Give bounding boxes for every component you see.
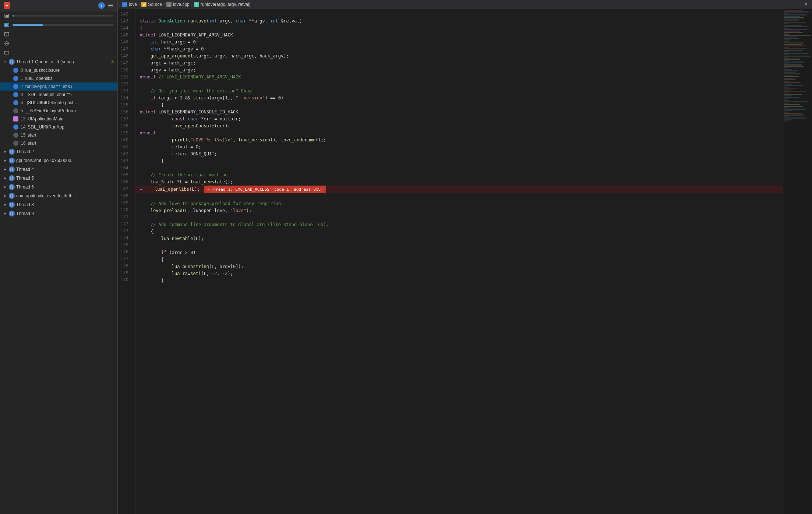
thread6-item[interactable]: Thread 6 — [0, 183, 117, 191]
memory-icon — [4, 22, 10, 28]
code-token: int — [209, 18, 217, 25]
frame5-num: 5 — [21, 108, 23, 113]
thread8-chevron — [3, 203, 7, 207]
line-numbers: 1421431441451461471481491501511521531541… — [118, 9, 135, 514]
cpu-row — [0, 11, 117, 21]
frame-0[interactable]: 0 lua_pushcclosure — [0, 66, 117, 74]
code-line-171 — [135, 214, 783, 221]
code-token: (L); — [193, 235, 204, 242]
close-button[interactable]: × — [804, 1, 808, 7]
code-token: int — [270, 18, 278, 25]
code-token: DoneAction — [159, 18, 185, 25]
thread1-label: Thread 1 Queue: c...d (serial) — [16, 59, 108, 64]
frame-13[interactable]: 13 UIApplicationMain — [0, 115, 117, 123]
thread6-icon — [9, 184, 15, 190]
code-token: -2 — [212, 270, 217, 277]
code-token: **argv, — [246, 18, 270, 25]
code-token — [185, 116, 188, 123]
code-token — [140, 39, 151, 46]
breadcrumb-sep-3: › — [191, 2, 193, 7]
thread9-item[interactable]: Thread 9 — [0, 209, 117, 218]
frame-5[interactable]: 5 __NSFireDelayedPerform — [0, 107, 117, 115]
code-token: *err = nullptr; — [198, 116, 241, 123]
code-token: love_openConsole — [172, 123, 215, 130]
code-line-176: if (argc > 0) — [135, 249, 783, 256]
memory-row — [0, 21, 117, 30]
code-token — [140, 123, 172, 130]
breadcrumb-func[interactable]: ƒ runlove(argc, argv, retval) — [194, 2, 251, 7]
code-token: && — [183, 95, 193, 102]
frame3-num: 3 — [21, 92, 23, 97]
code-line-170: love_preload(L, luaopen_love, "love"); — [135, 207, 783, 214]
code-area: 1421431441451461471481491501511521531541… — [118, 9, 812, 514]
thread8-item[interactable]: Thread 8 — [0, 200, 117, 209]
code-content[interactable]: static DoneAction runlove(int argc, char… — [135, 9, 783, 514]
frame-3[interactable]: 3 ::SDL_main(int, char **) — [0, 91, 117, 99]
code-token: LOVE_LEGENDARY_APP_ARGV_HACK — [156, 32, 233, 39]
frame0-label: lua_pushcclosure — [25, 68, 60, 73]
frame-4[interactable]: 4 -[SDLUIKitDelegate post... — [0, 99, 117, 107]
code-token: runlove — [188, 18, 206, 25]
thread4-chevron — [3, 167, 7, 172]
thread1-header[interactable]: Thread 1 Queue: c...d (serial) ⚠ — [0, 57, 117, 66]
code-token: ; — [198, 144, 201, 151]
frame13-label: UIApplicationMain — [28, 116, 63, 122]
code-token: luaL_openlibs — [155, 186, 189, 193]
frame14-icon — [13, 124, 18, 130]
svg-rect-4 — [6, 24, 7, 26]
gputools-item[interactable]: gputools.smt_poll.0x600003... — [0, 156, 117, 165]
code-token: ( — [206, 18, 209, 25]
thread9-chevron — [3, 211, 7, 216]
code-token: (L); — [189, 186, 200, 193]
process-header: ♥ i — [0, 0, 117, 11]
code-line-172: // Add command line arguments to global … — [135, 221, 783, 228]
thread4-icon — [9, 166, 15, 172]
code-token: char — [151, 46, 161, 53]
code-token — [140, 263, 172, 270]
code-token: lua_newtable — [161, 235, 193, 242]
code-token: // Add love to package.preload for easy … — [140, 200, 283, 207]
network-icon — [4, 41, 10, 46]
code-line-180: } — [135, 277, 783, 284]
code-token: // Add command line arguments to global … — [140, 221, 329, 228]
thread2-icon — [9, 149, 15, 155]
minimap-content — [783, 9, 812, 123]
breadcrumb-love-label: love — [129, 2, 137, 7]
code-line-158: love_openConsole(err); — [135, 123, 783, 130]
thread5-item[interactable]: Thread 5 — [0, 174, 117, 183]
frame5-icon — [13, 108, 18, 113]
code-token: (); — [225, 179, 233, 186]
minimap[interactable] — [783, 9, 812, 514]
memory-bar — [13, 24, 43, 26]
breadcrumb-love[interactable]: ≡ love — [122, 2, 137, 7]
disk-row — [0, 30, 117, 39]
frame-16[interactable]: 16 start — [0, 139, 117, 147]
svg-rect-1 — [6, 15, 8, 17]
code-token: 0 — [196, 144, 198, 151]
frame-2[interactable]: 2 runlove(int, char**, int&) — [0, 82, 117, 91]
code-token: (argc > — [166, 249, 190, 256]
arrow-indicator: → — [140, 186, 142, 193]
thread2-chevron — [3, 149, 7, 154]
frame-15[interactable]: 15 start — [0, 131, 117, 139]
cpu-icon — [4, 13, 10, 19]
thread2-item[interactable]: Thread 2 — [0, 147, 117, 156]
frame-14[interactable]: 14 SDL_UIKitRunApp — [0, 123, 117, 131]
eventfetch-item[interactable]: com.apple.uikit.eventfetch-th... — [0, 191, 117, 200]
menu-icon[interactable] — [107, 2, 114, 9]
code-token: #endif — [140, 130, 156, 137]
code-line-148: get_app_arguments(argc, argv, hack_argc,… — [135, 53, 783, 60]
code-line-178: lua_pushstring(L, argv[0]); — [135, 263, 783, 270]
breadcrumb-file-icon: ‥ — [166, 2, 172, 7]
breadcrumb-file[interactable]: ‥ love.cpp — [166, 2, 190, 7]
info-icon[interactable]: i — [98, 2, 105, 9]
code-token: love_version — [238, 137, 270, 144]
code-token: (L, argv[ — [209, 263, 233, 270]
frame15-icon — [13, 133, 18, 138]
frame-1[interactable]: 1 luaL_openlibs — [0, 74, 117, 82]
frame16-num: 16 — [21, 141, 25, 146]
breadcrumb-source[interactable]: 📁 Source — [141, 2, 162, 7]
frame14-num: 14 — [21, 124, 25, 130]
thread4-item[interactable]: Thread 4 — [0, 165, 117, 174]
thread1-icon — [9, 59, 15, 65]
